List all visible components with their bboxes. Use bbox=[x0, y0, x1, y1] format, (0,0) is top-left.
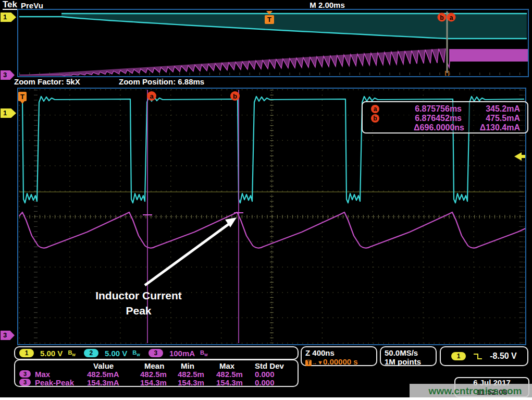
horizontal-position-value: 0.00000 s bbox=[323, 357, 358, 366]
svg-text:T: T bbox=[267, 16, 271, 23]
meas-value: 482.5mA bbox=[87, 370, 119, 379]
svg-text:[ ]: [ ] bbox=[445, 70, 450, 76]
meas-header-max: Max bbox=[219, 361, 234, 370]
horizontal-zoom-panel[interactable]: Z 400ns T→▼0.00000 s bbox=[301, 346, 377, 366]
record-length-label: 1M points bbox=[385, 357, 436, 366]
svg-text:a: a bbox=[150, 92, 154, 100]
svg-text:a: a bbox=[450, 14, 453, 21]
watermark-text: www.cntronics.com bbox=[420, 385, 530, 397]
acquisition-panel[interactable]: 50.0MS/s 1M points bbox=[380, 346, 437, 366]
channel-3-scale[interactable]: 100mA bbox=[169, 349, 195, 358]
cursor-a-value: 345.2mA bbox=[452, 104, 520, 114]
cursor-a-time: 6.875756ms bbox=[383, 104, 462, 114]
cursor-a-badge: a bbox=[371, 105, 379, 113]
meas-min: 482.5m bbox=[178, 370, 204, 379]
timebase-readout[interactable]: M 2.00ms bbox=[293, 1, 361, 9]
annotation-line2: Peak bbox=[79, 303, 199, 318]
channel-2-scale[interactable]: 5.00 V bbox=[105, 349, 127, 358]
svg-text:T: T bbox=[20, 93, 24, 101]
trigger-glyph-icon: T bbox=[305, 360, 312, 366]
ch2-envelope-fill bbox=[61, 14, 527, 39]
meas-name: Peak-Peak bbox=[35, 378, 74, 387]
trigger-level-label: -8.50 V bbox=[490, 351, 517, 361]
zoom-factor-label[interactable]: Zoom Factor: 5kX bbox=[14, 77, 80, 86]
measurement-panel: Value Mean Min Max Std Dev 3 Max 482.5mA… bbox=[14, 359, 299, 387]
oscilloscope-screen: Tek PreVu M 2.00ms [ ]Tba 1 3 Zoom Facto… bbox=[0, 0, 532, 400]
ch3-overview-trace bbox=[19, 49, 446, 76]
channel-2-badge[interactable]: 2 bbox=[84, 349, 98, 357]
cursor-b-badge: b bbox=[371, 114, 379, 123]
meas-stddev: 0.000 bbox=[255, 378, 275, 387]
trigger-arrow-icon: →▼ bbox=[312, 359, 323, 366]
channel-1-marker-overview[interactable]: 1 bbox=[1, 13, 16, 22]
channel-1-marker-main[interactable]: 1 bbox=[1, 108, 16, 118]
zoom-bar: Zoom Factor: 5kX Zoom Position: 6.88ms bbox=[0, 77, 532, 88]
cursor-b-time: 6.876452ms bbox=[383, 114, 462, 123]
meas-mean: 482.5m bbox=[140, 370, 167, 379]
zoom-scale-label: Z 400ns bbox=[305, 348, 376, 357]
meas-header-min: Min bbox=[181, 361, 194, 370]
channel-1-badge[interactable]: 1 bbox=[19, 349, 34, 357]
channel-1-scale[interactable]: 5.00 V bbox=[40, 349, 63, 358]
falling-edge-icon bbox=[473, 353, 483, 360]
annotation-text: Inductor Current Peak bbox=[79, 288, 199, 318]
cursor-delta-value: Δ130.4mA bbox=[452, 123, 520, 132]
cursor-b-value: 475.5mA bbox=[452, 114, 520, 123]
cursor-readout-panel: a 6.875756ms 345.2mA b 6.876452ms 475.5m… bbox=[362, 101, 528, 134]
overview-window: [ ]Tba bbox=[17, 9, 529, 77]
annotation-arrow bbox=[145, 222, 231, 285]
svg-text:b: b bbox=[233, 92, 237, 100]
waveform-overview: [ ]Tba bbox=[18, 10, 528, 76]
meas-header-stddev: Std Dev bbox=[255, 361, 284, 370]
meas-source-badge: 3 bbox=[19, 370, 31, 378]
meas-mean: 154.3m bbox=[140, 378, 167, 387]
meas-source-badge: 3 bbox=[19, 379, 31, 386]
meas-header-value: Value bbox=[93, 361, 114, 370]
channel-readout-bar: 1 5.00 V BW 2 5.00 V BW 3 100mA BW bbox=[14, 346, 299, 360]
meas-header-mean: Mean bbox=[144, 361, 164, 370]
bandwidth-limit-icon-1: BW bbox=[68, 349, 76, 357]
ch3-overview-band bbox=[450, 49, 528, 62]
trigger-level-arrow bbox=[514, 152, 522, 161]
annotation-line1: Inductor Current bbox=[79, 288, 199, 303]
meas-stddev: 0.000 bbox=[255, 370, 275, 379]
measurement-row-peakpeak: 3 Peak-Peak 154.3mA 154.3m 154.3m 154.3m… bbox=[15, 378, 298, 387]
measurement-row-max: 3 Max 482.5mA 482.5m 482.5m 482.5m 0.000 bbox=[15, 370, 298, 379]
svg-text:b: b bbox=[440, 14, 443, 21]
tek-logo: Tek bbox=[3, 0, 17, 10]
zoom-position-label[interactable]: Zoom Position: 6.88ms bbox=[119, 77, 204, 86]
channel-3-marker-main[interactable]: 3 bbox=[1, 331, 15, 340]
sample-rate-label: 50.0MS/s bbox=[385, 348, 436, 357]
bandwidth-limit-icon-3: BW bbox=[200, 349, 208, 357]
bandwidth-limit-icon-2: BW bbox=[132, 349, 140, 357]
horizontal-position-readout: T→▼0.00000 s bbox=[305, 357, 376, 367]
meas-name: Max bbox=[35, 370, 50, 379]
bottom-strip bbox=[0, 397, 532, 400]
trigger-panel[interactable]: 1 -8.50 V bbox=[440, 346, 528, 366]
meas-max: 482.5m bbox=[216, 370, 243, 379]
channel-3-badge[interactable]: 3 bbox=[149, 349, 163, 357]
meas-value: 154.3mA bbox=[87, 378, 119, 387]
trigger-source-badge: 1 bbox=[451, 352, 466, 360]
meas-max: 154.3m bbox=[216, 378, 243, 387]
meas-min: 154.3m bbox=[178, 378, 204, 387]
cursor-delta-time: Δ696.0000ns bbox=[378, 123, 464, 132]
